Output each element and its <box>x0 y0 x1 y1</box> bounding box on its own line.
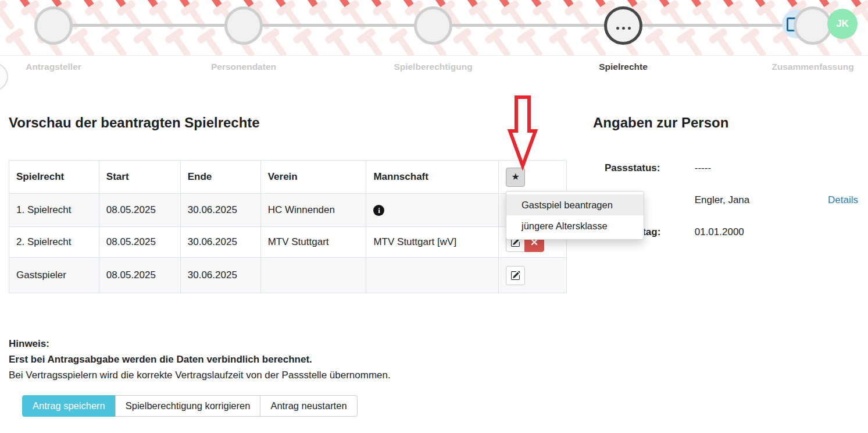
preview-title: Vorschau der beantragten Spielrechte <box>9 115 260 131</box>
field-value: Engler, Jana <box>695 194 750 205</box>
spielrechte-table: Spielrecht Start Ende Verein Mannschaft … <box>9 160 567 293</box>
person-title: Angaben zur Person <box>593 115 728 131</box>
col-header-mannschaft: Mannschaft <box>366 161 499 194</box>
hinweis-bold-line: Erst bei Antragsabgabe werden die Daten … <box>9 352 391 367</box>
cell-mannschaft: MTV Stuttgart [wV] <box>366 227 499 258</box>
details-link[interactable]: Details <box>828 194 858 206</box>
hinweis-normal-line: Bei Vertragsspielern wird die korrekte V… <box>9 367 391 383</box>
menu-item-gastspiel-beantragen[interactable]: Gastspiel beantragen <box>506 194 644 215</box>
step-label-spielberechtigung[interactable]: Spielberechtigung <box>369 62 497 72</box>
cell-ende: 30.06.2025 <box>180 194 260 227</box>
step-label-antragsteller[interactable]: Antragsteller <box>0 62 117 72</box>
footer-button-group: Antrag speichern Spielberechtigung korri… <box>22 395 358 417</box>
star-dropdown-menu: Gastspiel beantragen jüngere Altersklass… <box>506 191 644 240</box>
cell-ende: 30.06.2025 <box>180 258 260 293</box>
user-avatar[interactable]: JK <box>827 9 858 39</box>
edit-button[interactable] <box>506 266 525 285</box>
pencil-square-icon <box>510 271 520 281</box>
step-label-spielrechte[interactable]: Spielrechte <box>559 62 687 72</box>
cell-spielrecht: Gastspieler <box>9 258 99 293</box>
info-icon[interactable]: i <box>373 205 384 216</box>
cell-start: 08.05.2025 <box>99 227 180 258</box>
hinweis-heading: Hinweis: <box>9 336 391 352</box>
step-circle-spielrechte-active[interactable] <box>604 6 642 45</box>
person-field-passstatus: Passstatus: ----- <box>605 162 866 174</box>
step-circle-spielberechtigung[interactable] <box>414 6 452 45</box>
table-row: Gastspieler 08.05.2025 30.06.2025 <box>9 258 567 293</box>
cell-start: 08.05.2025 <box>99 258 180 293</box>
cell-spielrecht: 2. Spielrecht <box>9 227 99 258</box>
cell-verein <box>260 258 366 293</box>
step-label-zusammenfassung[interactable]: Zusammenfassung <box>749 62 868 72</box>
cell-verein: MTV Stuttgart <box>260 227 366 258</box>
col-header-start: Start <box>99 161 180 194</box>
cell-mannschaft: i <box>366 194 499 227</box>
antrag-speichern-button[interactable]: Antrag speichern <box>22 395 116 417</box>
hinweis-block: Hinweis: Erst bei Antragsabgabe werden d… <box>9 336 391 383</box>
info-letter: i <box>378 206 380 215</box>
red-annotation-arrow <box>506 95 539 171</box>
cell-start: 08.05.2025 <box>99 194 180 227</box>
antrag-neustarten-button[interactable]: Antrag neustarten <box>260 395 357 417</box>
star-icon: ★ <box>511 172 519 182</box>
menu-item-juengere-altersklasse[interactable]: jüngere Altersklasse <box>506 215 644 236</box>
col-header-spielrecht: Spielrecht <box>9 161 99 194</box>
ellipsis-icon <box>616 27 631 30</box>
cell-actions <box>499 258 567 293</box>
step-circle-zusammenfassung[interactable] <box>794 6 832 45</box>
table-row: 1. Spielrecht 08.05.2025 30.06.2025 HC W… <box>9 194 567 227</box>
cell-mannschaft <box>366 258 499 293</box>
cell-ende: 30.06.2025 <box>180 227 260 258</box>
field-label: Passstatus: <box>605 162 692 174</box>
table-row: 2. Spielrecht 08.05.2025 30.06.2025 MTV … <box>9 227 567 258</box>
stepper-band: JK <box>0 0 868 56</box>
step-circle-personendaten[interactable] <box>224 6 263 45</box>
step-label-personendaten[interactable]: Personendaten <box>180 62 308 72</box>
step-circle-antragsteller[interactable] <box>34 6 73 45</box>
cell-verein: HC Winnenden <box>260 194 366 227</box>
cell-spielrecht: 1. Spielrecht <box>9 194 99 227</box>
col-header-verein: Verein <box>260 161 366 194</box>
col-header-ende: Ende <box>180 161 260 194</box>
field-value: ----- <box>695 162 711 173</box>
field-value: 01.01.2000 <box>695 226 744 237</box>
table-header-row: Spielrecht Start Ende Verein Mannschaft … <box>9 161 567 194</box>
spielberechtigung-korrigieren-button[interactable]: Spielberechtigung korrigieren <box>115 395 261 417</box>
